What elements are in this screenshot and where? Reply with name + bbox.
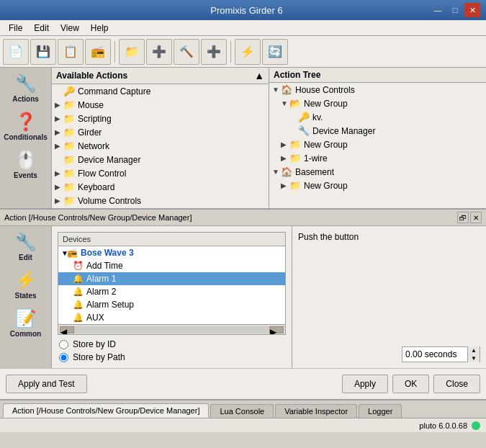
folder-newgroup1-icon: 📂 xyxy=(289,98,301,109)
device-alarm-1[interactable]: 🔔 Alarm 1 xyxy=(58,272,285,285)
label-basement: Basement xyxy=(295,167,334,177)
ae-sidebar-edit[interactable]: 🔧 Edit xyxy=(4,229,48,264)
apply-test-button[interactable]: Apply and Test xyxy=(6,375,87,393)
time-input[interactable] xyxy=(402,347,467,362)
folder-flow-icon: 📁 xyxy=(63,168,75,179)
key-icon: 🔑 xyxy=(63,86,75,97)
push-label: Push the button xyxy=(298,232,480,242)
toolbar-new-btn[interactable]: 📄 xyxy=(3,39,29,65)
tree-new-group-1[interactable]: ▼ 📂 New Group xyxy=(269,97,486,110)
spinner-down-btn[interactable]: ▼ xyxy=(468,354,480,362)
tree-new-group-b[interactable]: ▶ 📁 New Group xyxy=(269,179,486,192)
minimize-button[interactable]: — xyxy=(430,3,446,17)
device-add-time[interactable]: ⏰ Add Time xyxy=(58,259,285,272)
action-network[interactable]: ▶ 📁 Network xyxy=(52,139,269,153)
spinner-up-btn[interactable]: ▲ xyxy=(468,346,480,354)
scrollbar-track xyxy=(74,326,269,333)
available-actions-title: Available Actions ▲ xyxy=(52,68,269,84)
sidebar-icon-conditionals[interactable]: ❓ Conditionals xyxy=(4,109,48,144)
key-kv-icon: 🔑 xyxy=(298,112,310,122)
radio-id-input[interactable] xyxy=(59,340,68,349)
device-aux[interactable]: 🔔 AUX xyxy=(58,311,285,324)
toolbar-addplus-btn[interactable]: ➕ xyxy=(201,39,227,65)
label-mouse: Mouse xyxy=(78,100,104,110)
tree-1wire[interactable]: ▶ 📁 1-wire xyxy=(269,151,486,165)
tab-action-path[interactable]: Action [/House Controls/New Group/Device… xyxy=(3,403,209,418)
folder-device-manager-icon: 📁 xyxy=(63,154,75,165)
bose-icon: 📻 xyxy=(67,248,78,258)
radio-store-by-id[interactable]: Store by ID xyxy=(59,339,284,349)
toolbar-save-btn[interactable]: 💾 xyxy=(30,39,56,65)
maximize-button[interactable]: □ xyxy=(447,3,463,17)
device-alarm-2[interactable]: 🔔 Alarm 2 xyxy=(58,285,285,298)
tree-basement[interactable]: ▼ 🏠 Basement xyxy=(269,165,486,179)
scrollbar-left-btn[interactable]: ◀ xyxy=(60,326,74,333)
arrow-1wire: ▶ xyxy=(281,154,289,162)
arrow-girder: ▶ xyxy=(55,128,63,136)
sidebar-icon-events[interactable]: 🖱️ Events xyxy=(4,147,48,182)
device-alarm-setup[interactable]: 🔔 Alarm Setup xyxy=(58,298,285,311)
radio-group: Store by ID Store by Path xyxy=(58,339,286,362)
action-keyboard[interactable]: ▶ 📁 Keyboard xyxy=(52,180,269,194)
toolbar-refresh-btn[interactable]: 🔄 xyxy=(262,39,288,65)
tab-logger[interactable]: Logger xyxy=(359,404,402,418)
sidebar-icon-actions[interactable]: 🔧 Actions xyxy=(4,71,48,106)
tree-house-controls[interactable]: ▼ 🏠 House Controls xyxy=(269,83,486,97)
toolbar-wrench-btn[interactable]: 🔨 xyxy=(174,39,199,65)
action-device-manager[interactable]: 📁 Device Manager xyxy=(52,153,269,166)
menu-file[interactable]: File xyxy=(3,22,28,35)
radio-store-by-path[interactable]: Store by Path xyxy=(59,352,284,362)
arrow-house-controls: ▼ xyxy=(272,86,281,94)
devices-list[interactable]: ▼ 📻 Bose Wave 3 ⏰ Add Time 🔔 Alarm 1 🔔 xyxy=(58,246,285,324)
action-girder[interactable]: ▶ 📁 Girder xyxy=(52,125,269,139)
toolbar-add-btn[interactable]: ➕ xyxy=(146,39,172,65)
ae-close-btn[interactable]: ✕ xyxy=(470,212,482,223)
toolbar-folder-btn[interactable]: 📁 xyxy=(119,39,145,65)
devices-horizontal-scrollbar[interactable]: ◀ ▶ xyxy=(58,324,285,334)
device-bose-wave[interactable]: ▼ 📻 Bose Wave 3 xyxy=(58,246,285,259)
label-alarm-setup: Alarm Setup xyxy=(86,300,134,310)
ae-sidebar-common[interactable]: 📝 Common xyxy=(4,305,48,341)
toolbar-clipboard-btn[interactable]: 📋 xyxy=(58,39,84,65)
arrow-new-group-b: ▶ xyxy=(281,182,289,189)
arrow-flow-control: ▶ xyxy=(55,169,63,177)
folder-mouse-icon: 📁 xyxy=(63,99,75,110)
tab-lua-console[interactable]: Lua Console xyxy=(210,404,274,418)
action-editor-controls: 🗗 ✕ xyxy=(457,212,482,223)
close-button-panel[interactable]: Close xyxy=(433,375,480,393)
available-actions-panel: Available Actions ▲ 🔑 Command Capture ▶ … xyxy=(52,68,269,208)
tree-device-manager[interactable]: 🔧 Device Manager xyxy=(269,124,486,138)
toolbar-media-btn[interactable]: 📻 xyxy=(85,39,111,65)
alarm1-icon: 🔔 xyxy=(73,274,84,284)
action-scripting[interactable]: ▶ 📁 Scripting xyxy=(52,112,269,125)
available-actions-scroll-up[interactable]: ▲ xyxy=(254,70,264,81)
menu-view[interactable]: View xyxy=(55,22,85,35)
close-button[interactable]: ✕ xyxy=(464,3,480,17)
action-flow-control[interactable]: ▶ 📁 Flow Control xyxy=(52,166,269,180)
tree-new-group-2[interactable]: ▶ 📁 New Group xyxy=(269,138,486,151)
radio-path-input[interactable] xyxy=(59,353,68,362)
menu-help[interactable]: Help xyxy=(85,22,114,35)
wrench-dm-icon: 🔧 xyxy=(298,125,310,136)
scrollbar-right-btn[interactable]: ▶ xyxy=(269,326,284,333)
menu-edit[interactable]: Edit xyxy=(28,22,55,35)
tree-kv[interactable]: 🔑 kv. xyxy=(269,110,486,124)
label-kv: kv. xyxy=(312,112,323,122)
action-command-capture[interactable]: 🔑 Command Capture xyxy=(52,84,269,98)
folder-volume-icon: 📁 xyxy=(63,195,75,206)
action-volume-controls[interactable]: ▶ 📁 Volume Controls xyxy=(52,194,269,207)
arrow-mouse: ▶ xyxy=(55,101,63,109)
devices-panel: Devices ▼ 📻 Bose Wave 3 ⏰ Add Time 🔔 Ala… xyxy=(52,226,292,368)
time-spinner[interactable]: ▲ ▼ xyxy=(402,346,480,362)
ae-sidebar-states[interactable]: ⚡ States xyxy=(4,267,48,303)
ae-restore-btn[interactable]: 🗗 xyxy=(457,212,469,223)
apply-button[interactable]: Apply xyxy=(342,375,388,393)
ok-button[interactable]: OK xyxy=(392,375,429,393)
available-actions-list[interactable]: 🔑 Command Capture ▶ 📁 Mouse ▶ 📁 Scriptin… xyxy=(52,84,269,208)
action-tree-list[interactable]: ▼ 🏠 House Controls ▼ 📂 New Group 🔑 kv. 🔧… xyxy=(269,83,486,208)
action-buttons-row: Apply and Test Apply OK Close xyxy=(0,368,486,399)
tab-variable-inspector[interactable]: Variable Inspector xyxy=(275,404,357,418)
action-mouse[interactable]: ▶ 📁 Mouse xyxy=(52,98,269,112)
ae-notes-icon: 📝 xyxy=(15,308,37,328)
toolbar-run-btn[interactable]: ⚡ xyxy=(235,39,261,65)
